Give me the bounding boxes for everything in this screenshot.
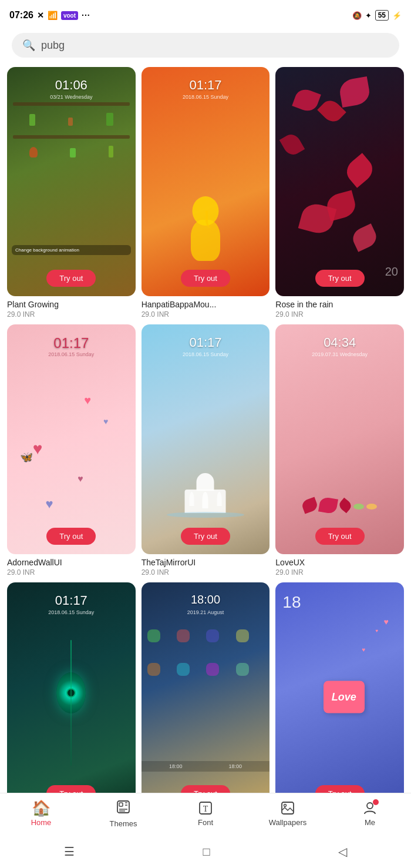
try-out-btn-rose[interactable]: Try out (315, 270, 365, 287)
bottom-nav: 🏠 Home Themes T Font (0, 793, 411, 833)
rose-petals (275, 67, 404, 296)
nav-item-me[interactable]: Me (346, 800, 393, 827)
search-bar[interactable]: 🔍 (12, 33, 399, 58)
search-icon: 🔍 (22, 39, 35, 52)
theme-price-adorned: 29.0 INR (7, 568, 136, 577)
themes-icon (116, 799, 131, 817)
try-out-btn-hanpati[interactable]: Try out (181, 270, 230, 287)
status-right: 🔕 ✦ 55 ⚡ (352, 10, 402, 21)
theme-price-love-ux: 29.0 INR (275, 568, 404, 577)
nav-label-wallpapers: Wallpapers (269, 818, 307, 827)
theme-card-taj[interactable]: 01:17 2018.06.15 Sunday Try out (142, 324, 270, 576)
date-hanpati: 2018.06.15 Sunday (142, 94, 270, 100)
try-out-btn-love-ux[interactable]: Try out (315, 528, 365, 545)
svg-text:T: T (203, 805, 208, 813)
charging-icon: ⚡ (392, 11, 402, 20)
theme-thumb-phone-ui: 18:00 2019.21 August (142, 582, 270, 812)
theme-card-rose-rain[interactable]: 20 Try out Rose in the rain 29.0 INR (275, 67, 404, 319)
font-icon: T (198, 800, 213, 816)
wifi-icon: 📶 (48, 11, 58, 20)
search-input[interactable] (41, 39, 389, 52)
nav-label-font: Font (198, 818, 213, 827)
wallpapers-icon (280, 800, 295, 816)
theme-name-love-ux: LoveUX (275, 558, 404, 567)
theme-thumb-love2: 18 ♥ ♥ ♥ Love Try out (275, 582, 404, 812)
nav-label-themes: Themes (110, 819, 137, 828)
love-envelope: Love (324, 681, 365, 713)
taj-building (154, 473, 257, 513)
menu-btn[interactable]: ☰ (55, 840, 84, 863)
svg-rect-1 (119, 803, 123, 806)
system-nav: ☰ □ ◁ (0, 835, 411, 868)
theme-card-adorned[interactable]: 01:17 2018.06.15 Sunday ♥ ♥ ♥ ♥ ♥ 🦋 Try … (7, 324, 136, 576)
nav-item-font[interactable]: T Font (182, 800, 229, 827)
theme-thumb-hanpati: 01:17 2018.06.15 Sunday Try out (142, 67, 270, 296)
theme-card-hanpati[interactable]: 01:17 2018.06.15 Sunday Try out HanpatiB… (142, 67, 270, 319)
theme-thumb-peacock: 01:17 2018.06.15 Sunday Try out (7, 582, 136, 812)
theme-thumb-taj: 01:17 2018.06.15 Sunday Try out (142, 324, 270, 554)
theme-name-plant: Plant Growing (7, 300, 136, 309)
theme-name-taj: TheTajMirrorUI (142, 558, 270, 567)
theme-price-taj: 29.0 INR (142, 568, 270, 577)
time-peacock: 01:17 (7, 593, 136, 608)
time-love-ux: 04:34 (275, 335, 404, 350)
close-icon: ✕ (37, 11, 44, 20)
more-icon: ··· (82, 11, 90, 20)
silent-icon: 🔕 (352, 11, 362, 20)
theme-price-rose: 29.0 INR (275, 310, 404, 319)
theme-thumb-plant-growing: 01:06 03/21 Wednesday (7, 67, 136, 296)
theme-grid: 01:06 03/21 Wednesday (0, 67, 411, 834)
theme-thumb-rose-rain: 20 Try out (275, 67, 404, 296)
home-btn[interactable]: □ (193, 840, 219, 863)
me-icon-wrapper (362, 800, 378, 816)
time-hanpati: 01:17 (142, 78, 270, 93)
theme-price-plant: 29.0 INR (7, 310, 136, 319)
status-left: 07:26 ✕ 📶 voot ··· (9, 10, 90, 21)
nav-item-home[interactable]: 🏠 Home (18, 800, 65, 827)
theme-name-adorned: AdornedWallUI (7, 558, 136, 567)
theme-thumb-adorned: 01:17 2018.06.15 Sunday ♥ ♥ ♥ ♥ ♥ 🦋 Try … (7, 324, 136, 554)
theme-card-love-ux[interactable]: 04:34 2019.07.31 Wednesday Try out LoveU… (275, 324, 404, 576)
nav-item-themes[interactable]: Themes (100, 799, 147, 828)
hearts-container: ♥ ♥ ♥ ♥ ♥ 🦋 (7, 324, 136, 554)
theme-price-hanpati: 29.0 INR (142, 310, 270, 319)
nav-label-home: Home (31, 818, 52, 827)
date-plant: 03/21 Wednesday (7, 94, 136, 100)
try-out-btn-plant[interactable]: Try out (46, 270, 96, 287)
status-bar: 07:26 ✕ 📶 voot ··· 🔕 ✦ 55 ⚡ (0, 0, 411, 28)
date-taj: 2018.06.15 Sunday (142, 351, 270, 357)
theme-card-plant-growing[interactable]: 01:06 03/21 Wednesday (7, 67, 136, 319)
time-plant: 01:06 (7, 78, 136, 93)
theme-name-rose: Rose in the rain (275, 300, 404, 309)
date-love-ux: 2019.07.31 Wednesday (275, 351, 404, 357)
battery-level: 55 (375, 10, 389, 21)
try-out-btn-taj[interactable]: Try out (181, 528, 230, 545)
date-peacock: 2018.06.15 Sunday (7, 609, 136, 615)
time-taj: 01:17 (142, 335, 270, 350)
me-notification-badge (373, 799, 379, 805)
voot-badge: voot (61, 11, 78, 20)
time-display: 07:26 (9, 10, 33, 21)
back-btn[interactable]: ◁ (329, 840, 356, 863)
nav-item-wallpapers[interactable]: Wallpapers (264, 800, 311, 827)
home-icon: 🏠 (32, 800, 50, 816)
theme-name-hanpati: HanpatiBappaMou... (142, 300, 270, 309)
svg-point-10 (367, 803, 373, 809)
nav-label-me: Me (365, 818, 375, 827)
svg-point-9 (284, 805, 287, 807)
try-out-btn-adorned[interactable]: Try out (46, 528, 96, 545)
bluetooth-icon: ✦ (365, 11, 372, 20)
theme-thumb-love-ux: 04:34 2019.07.31 Wednesday Try out (275, 324, 404, 554)
